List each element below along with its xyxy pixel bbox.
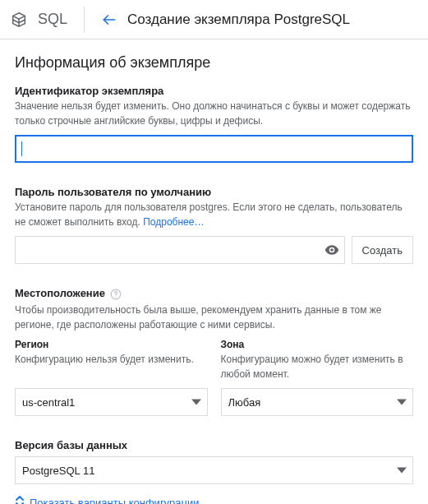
location-block: Местоположение Чтобы производительность …: [15, 287, 413, 416]
learn-more-link[interactable]: Подробнее…: [143, 216, 204, 228]
product-name: SQL: [38, 11, 67, 28]
region-desc: Конфигурацию нельзя будет изменить.: [15, 352, 208, 381]
region-select[interactable]: us-central1: [15, 388, 208, 416]
zone-label: Зона: [221, 339, 414, 350]
password-input[interactable]: [15, 236, 345, 264]
password-label: Пароль пользователя по умолчанию: [15, 186, 413, 198]
location-desc: Чтобы производительность была выше, реко…: [15, 303, 413, 332]
region-col: Регион Конфигурацию нельзя будет изменит…: [15, 339, 208, 416]
db-version-block: Версия базы данных PostgreSQL 11: [15, 439, 413, 484]
expand-icon: [15, 496, 25, 504]
show-config-toggle[interactable]: Показать варианты конфигурации: [15, 496, 413, 504]
content: Информация об экземпляре Идентификатор э…: [0, 39, 428, 504]
password-desc: Установите пароль для пользователя postg…: [15, 200, 413, 229]
db-version-select[interactable]: PostgreSQL 11: [15, 456, 413, 484]
region-label: Регион: [15, 339, 208, 350]
page-title: Создание экземпляра PostgreSQL: [127, 12, 350, 28]
show-config-label: Показать варианты конфигурации: [30, 497, 199, 504]
visibility-toggle-icon[interactable]: [324, 242, 340, 258]
generate-password-button[interactable]: Создать: [352, 236, 413, 264]
back-button[interactable]: [101, 12, 117, 28]
topbar: SQL Создание экземпляра PostgreSQL: [0, 0, 428, 39]
location-label: Местоположение: [15, 287, 105, 299]
instance-id-block: Идентификатор экземпляра Значение нельзя…: [15, 85, 413, 163]
section-title: Информация об экземпляре: [15, 54, 413, 72]
product-icon: [10, 11, 28, 29]
zone-desc: Конфигурацию можно будет изменить в любо…: [221, 352, 414, 381]
instance-id-input[interactable]: [15, 135, 413, 163]
password-block: Пароль пользователя по умолчанию Установ…: [15, 186, 413, 264]
zone-col: Зона Конфигурацию можно будет изменить в…: [221, 339, 414, 416]
svg-point-2: [115, 296, 116, 297]
db-version-label: Версия базы данных: [15, 439, 413, 451]
password-desc-text: Установите пароль для пользователя postg…: [15, 201, 403, 228]
help-icon[interactable]: [110, 289, 122, 300]
divider: [84, 7, 85, 33]
zone-select[interactable]: Любая: [221, 388, 414, 416]
instance-id-desc: Значение нельзя будет изменить. Оно долж…: [15, 99, 413, 128]
instance-id-label: Идентификатор экземпляра: [15, 85, 413, 97]
